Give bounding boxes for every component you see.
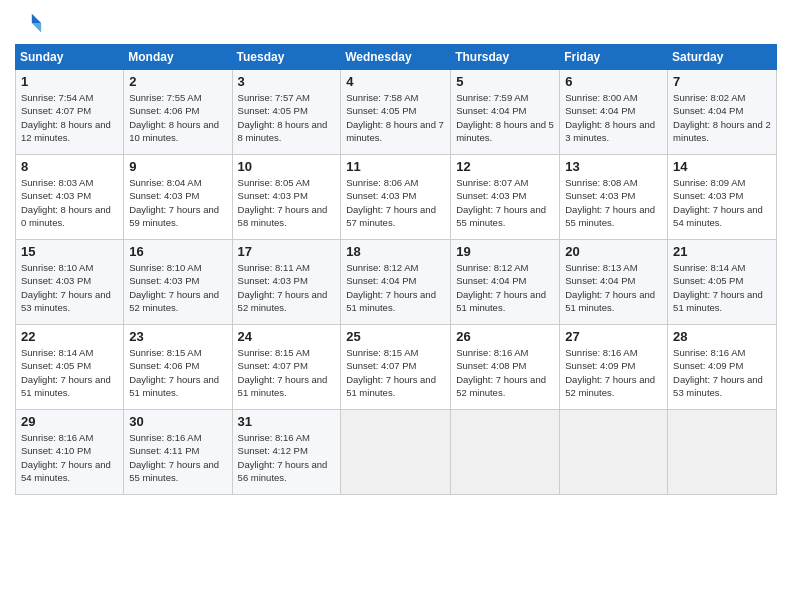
day-number: 31 xyxy=(238,414,336,429)
logo-icon xyxy=(15,10,43,38)
day-number: 18 xyxy=(346,244,445,259)
page: SundayMondayTuesdayWednesdayThursdayFrid… xyxy=(0,0,792,612)
weekday-header: Monday xyxy=(124,45,232,70)
day-number: 16 xyxy=(129,244,226,259)
calendar-cell: 14Sunrise: 8:09 AMSunset: 4:03 PMDayligh… xyxy=(668,155,777,240)
day-number: 23 xyxy=(129,329,226,344)
calendar-cell: 23Sunrise: 8:15 AMSunset: 4:06 PMDayligh… xyxy=(124,325,232,410)
day-info: Sunrise: 7:54 AMSunset: 4:07 PMDaylight:… xyxy=(21,91,118,144)
day-info: Sunrise: 8:16 AMSunset: 4:09 PMDaylight:… xyxy=(673,346,771,399)
day-info: Sunrise: 8:15 AMSunset: 4:06 PMDaylight:… xyxy=(129,346,226,399)
day-number: 13 xyxy=(565,159,662,174)
day-info: Sunrise: 8:14 AMSunset: 4:05 PMDaylight:… xyxy=(673,261,771,314)
calendar-week-row: 29Sunrise: 8:16 AMSunset: 4:10 PMDayligh… xyxy=(16,410,777,495)
day-info: Sunrise: 8:15 AMSunset: 4:07 PMDaylight:… xyxy=(346,346,445,399)
day-number: 20 xyxy=(565,244,662,259)
day-info: Sunrise: 7:58 AMSunset: 4:05 PMDaylight:… xyxy=(346,91,445,144)
day-info: Sunrise: 8:16 AMSunset: 4:08 PMDaylight:… xyxy=(456,346,554,399)
day-info: Sunrise: 8:03 AMSunset: 4:03 PMDaylight:… xyxy=(21,176,118,229)
day-info: Sunrise: 8:16 AMSunset: 4:09 PMDaylight:… xyxy=(565,346,662,399)
weekday-header: Wednesday xyxy=(341,45,451,70)
calendar-cell: 10Sunrise: 8:05 AMSunset: 4:03 PMDayligh… xyxy=(232,155,341,240)
weekday-header: Friday xyxy=(560,45,668,70)
calendar-week-row: 22Sunrise: 8:14 AMSunset: 4:05 PMDayligh… xyxy=(16,325,777,410)
calendar-cell: 6Sunrise: 8:00 AMSunset: 4:04 PMDaylight… xyxy=(560,70,668,155)
day-number: 6 xyxy=(565,74,662,89)
calendar-cell: 7Sunrise: 8:02 AMSunset: 4:04 PMDaylight… xyxy=(668,70,777,155)
logo xyxy=(15,10,47,38)
calendar-cell: 25Sunrise: 8:15 AMSunset: 4:07 PMDayligh… xyxy=(341,325,451,410)
day-info: Sunrise: 8:02 AMSunset: 4:04 PMDaylight:… xyxy=(673,91,771,144)
day-info: Sunrise: 8:15 AMSunset: 4:07 PMDaylight:… xyxy=(238,346,336,399)
calendar-body: 1Sunrise: 7:54 AMSunset: 4:07 PMDaylight… xyxy=(16,70,777,495)
calendar-cell: 8Sunrise: 8:03 AMSunset: 4:03 PMDaylight… xyxy=(16,155,124,240)
day-info: Sunrise: 8:10 AMSunset: 4:03 PMDaylight:… xyxy=(129,261,226,314)
calendar-cell: 27Sunrise: 8:16 AMSunset: 4:09 PMDayligh… xyxy=(560,325,668,410)
day-info: Sunrise: 8:16 AMSunset: 4:12 PMDaylight:… xyxy=(238,431,336,484)
day-number: 30 xyxy=(129,414,226,429)
header xyxy=(15,10,777,38)
day-number: 11 xyxy=(346,159,445,174)
day-number: 21 xyxy=(673,244,771,259)
day-info: Sunrise: 8:16 AMSunset: 4:11 PMDaylight:… xyxy=(129,431,226,484)
calendar-cell: 29Sunrise: 8:16 AMSunset: 4:10 PMDayligh… xyxy=(16,410,124,495)
weekday-row: SundayMondayTuesdayWednesdayThursdayFrid… xyxy=(16,45,777,70)
day-info: Sunrise: 8:16 AMSunset: 4:10 PMDaylight:… xyxy=(21,431,118,484)
day-number: 25 xyxy=(346,329,445,344)
day-number: 2 xyxy=(129,74,226,89)
calendar-cell: 13Sunrise: 8:08 AMSunset: 4:03 PMDayligh… xyxy=(560,155,668,240)
day-info: Sunrise: 7:55 AMSunset: 4:06 PMDaylight:… xyxy=(129,91,226,144)
calendar-cell: 21Sunrise: 8:14 AMSunset: 4:05 PMDayligh… xyxy=(668,240,777,325)
day-number: 19 xyxy=(456,244,554,259)
weekday-header: Sunday xyxy=(16,45,124,70)
calendar-cell xyxy=(668,410,777,495)
calendar-header: SundayMondayTuesdayWednesdayThursdayFrid… xyxy=(16,45,777,70)
calendar-cell: 12Sunrise: 8:07 AMSunset: 4:03 PMDayligh… xyxy=(451,155,560,240)
calendar-cell: 17Sunrise: 8:11 AMSunset: 4:03 PMDayligh… xyxy=(232,240,341,325)
day-info: Sunrise: 7:59 AMSunset: 4:04 PMDaylight:… xyxy=(456,91,554,144)
calendar-cell: 5Sunrise: 7:59 AMSunset: 4:04 PMDaylight… xyxy=(451,70,560,155)
day-info: Sunrise: 8:06 AMSunset: 4:03 PMDaylight:… xyxy=(346,176,445,229)
calendar-cell: 4Sunrise: 7:58 AMSunset: 4:05 PMDaylight… xyxy=(341,70,451,155)
calendar-cell: 11Sunrise: 8:06 AMSunset: 4:03 PMDayligh… xyxy=(341,155,451,240)
day-info: Sunrise: 8:09 AMSunset: 4:03 PMDaylight:… xyxy=(673,176,771,229)
calendar-cell: 19Sunrise: 8:12 AMSunset: 4:04 PMDayligh… xyxy=(451,240,560,325)
day-number: 27 xyxy=(565,329,662,344)
calendar-cell: 24Sunrise: 8:15 AMSunset: 4:07 PMDayligh… xyxy=(232,325,341,410)
calendar-cell: 30Sunrise: 8:16 AMSunset: 4:11 PMDayligh… xyxy=(124,410,232,495)
day-number: 7 xyxy=(673,74,771,89)
day-number: 26 xyxy=(456,329,554,344)
day-number: 29 xyxy=(21,414,118,429)
weekday-header: Thursday xyxy=(451,45,560,70)
calendar: SundayMondayTuesdayWednesdayThursdayFrid… xyxy=(15,44,777,495)
calendar-cell: 9Sunrise: 8:04 AMSunset: 4:03 PMDaylight… xyxy=(124,155,232,240)
calendar-cell: 28Sunrise: 8:16 AMSunset: 4:09 PMDayligh… xyxy=(668,325,777,410)
calendar-cell xyxy=(341,410,451,495)
day-info: Sunrise: 8:14 AMSunset: 4:05 PMDaylight:… xyxy=(21,346,118,399)
day-number: 8 xyxy=(21,159,118,174)
day-info: Sunrise: 8:13 AMSunset: 4:04 PMDaylight:… xyxy=(565,261,662,314)
calendar-cell xyxy=(560,410,668,495)
day-number: 24 xyxy=(238,329,336,344)
day-number: 17 xyxy=(238,244,336,259)
calendar-cell: 26Sunrise: 8:16 AMSunset: 4:08 PMDayligh… xyxy=(451,325,560,410)
day-number: 15 xyxy=(21,244,118,259)
calendar-cell xyxy=(451,410,560,495)
day-number: 3 xyxy=(238,74,336,89)
day-number: 1 xyxy=(21,74,118,89)
calendar-cell: 16Sunrise: 8:10 AMSunset: 4:03 PMDayligh… xyxy=(124,240,232,325)
svg-marker-0 xyxy=(32,14,41,23)
day-info: Sunrise: 8:12 AMSunset: 4:04 PMDaylight:… xyxy=(346,261,445,314)
day-number: 22 xyxy=(21,329,118,344)
day-info: Sunrise: 8:08 AMSunset: 4:03 PMDaylight:… xyxy=(565,176,662,229)
svg-marker-1 xyxy=(32,23,41,32)
calendar-week-row: 15Sunrise: 8:10 AMSunset: 4:03 PMDayligh… xyxy=(16,240,777,325)
day-number: 9 xyxy=(129,159,226,174)
day-number: 14 xyxy=(673,159,771,174)
calendar-cell: 18Sunrise: 8:12 AMSunset: 4:04 PMDayligh… xyxy=(341,240,451,325)
day-info: Sunrise: 8:00 AMSunset: 4:04 PMDaylight:… xyxy=(565,91,662,144)
calendar-week-row: 8Sunrise: 8:03 AMSunset: 4:03 PMDaylight… xyxy=(16,155,777,240)
weekday-header: Tuesday xyxy=(232,45,341,70)
calendar-cell: 20Sunrise: 8:13 AMSunset: 4:04 PMDayligh… xyxy=(560,240,668,325)
day-info: Sunrise: 8:12 AMSunset: 4:04 PMDaylight:… xyxy=(456,261,554,314)
